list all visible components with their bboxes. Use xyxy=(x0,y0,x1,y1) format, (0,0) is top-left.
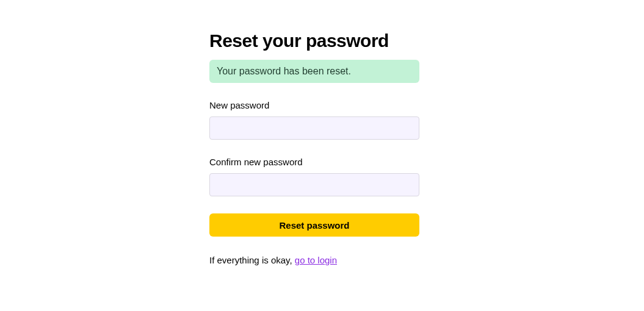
reset-password-form: Reset your password Your password has be… xyxy=(209,30,419,265)
confirm-password-group: Confirm new password xyxy=(209,157,419,196)
new-password-label: New password xyxy=(209,100,419,110)
success-banner: Your password has been reset. xyxy=(209,60,419,83)
confirm-password-input[interactable] xyxy=(209,173,419,196)
page-title: Reset your password xyxy=(209,30,419,51)
footer-prefix: If everything is okay, xyxy=(209,255,295,265)
footer-text: If everything is okay, go to login xyxy=(209,255,419,265)
go-to-login-link[interactable]: go to login xyxy=(295,255,337,265)
new-password-group: New password xyxy=(209,100,419,140)
reset-password-button[interactable]: Reset password xyxy=(209,213,419,237)
confirm-password-label: Confirm new password xyxy=(209,157,419,167)
new-password-input[interactable] xyxy=(209,116,419,140)
